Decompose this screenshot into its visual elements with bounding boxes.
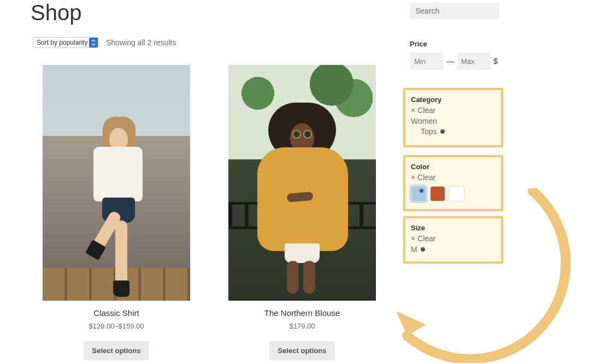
filter-title-size: Size xyxy=(411,224,496,232)
filter-title-price: Price xyxy=(410,40,499,48)
selected-dot-icon xyxy=(440,129,445,134)
category-item-child[interactable]: Tops xyxy=(411,127,496,136)
product-card[interactable]: Classic Shirt $129.00–$159.00 Select opt… xyxy=(43,65,190,360)
product-image[interactable] xyxy=(43,65,190,301)
price-max-input[interactable] xyxy=(457,52,491,70)
swatch-rust[interactable] xyxy=(430,186,445,201)
product-card[interactable]: The Northern Blouse $179.00 Select optio… xyxy=(228,65,376,360)
product-price: $129.00–$159.00 xyxy=(89,322,144,330)
filter-title-color: Color xyxy=(411,163,496,171)
filter-title-category: Category xyxy=(411,96,496,104)
selected-dot-icon xyxy=(421,247,425,252)
price-filter: Price — $ xyxy=(410,40,499,70)
product-title: Classic Shirt xyxy=(93,308,139,318)
price-currency: $ xyxy=(493,57,498,65)
select-options-button[interactable]: Select options xyxy=(269,341,335,360)
size-item[interactable]: M xyxy=(411,245,496,254)
page-title: Shop xyxy=(31,1,81,25)
annotation-arrow-icon xyxy=(382,188,596,363)
chevron-updown-icon xyxy=(89,38,98,47)
product-image[interactable] xyxy=(228,65,376,301)
product-price: $179.00 xyxy=(290,322,315,330)
color-filter: Color × Clear xyxy=(403,155,503,211)
sort-select[interactable]: Sort by popularity xyxy=(33,37,98,48)
swatch-row xyxy=(411,186,496,201)
product-grid: Classic Shirt $129.00–$159.00 Select opt… xyxy=(43,65,376,360)
selected-dot-icon xyxy=(420,189,423,193)
size-label: M xyxy=(411,245,417,254)
category-child-label: Tops xyxy=(421,127,437,136)
swatch-light-blue[interactable] xyxy=(411,186,426,201)
category-filter: Category × Clear Women Tops xyxy=(403,88,503,147)
swatch-white[interactable] xyxy=(449,186,464,201)
size-filter: Size × Clear M xyxy=(403,216,503,264)
sidebar: Price — $ xyxy=(410,3,499,70)
category-item-parent[interactable]: Women xyxy=(411,117,496,126)
search-input[interactable] xyxy=(410,3,499,19)
sort-row: Sort by popularity Showing all 2 results xyxy=(33,37,176,48)
select-options-button[interactable]: Select options xyxy=(84,341,150,360)
sort-selected-label: Sort by popularity xyxy=(37,39,87,46)
results-count: Showing all 2 results xyxy=(106,38,176,47)
clear-size-link[interactable]: × Clear xyxy=(411,234,496,243)
price-min-input[interactable] xyxy=(410,52,444,70)
price-dash: — xyxy=(446,57,454,65)
clear-category-link[interactable]: × Clear xyxy=(411,106,496,115)
clear-color-link[interactable]: × Clear xyxy=(411,173,496,182)
product-title: The Northern Blouse xyxy=(264,308,340,318)
